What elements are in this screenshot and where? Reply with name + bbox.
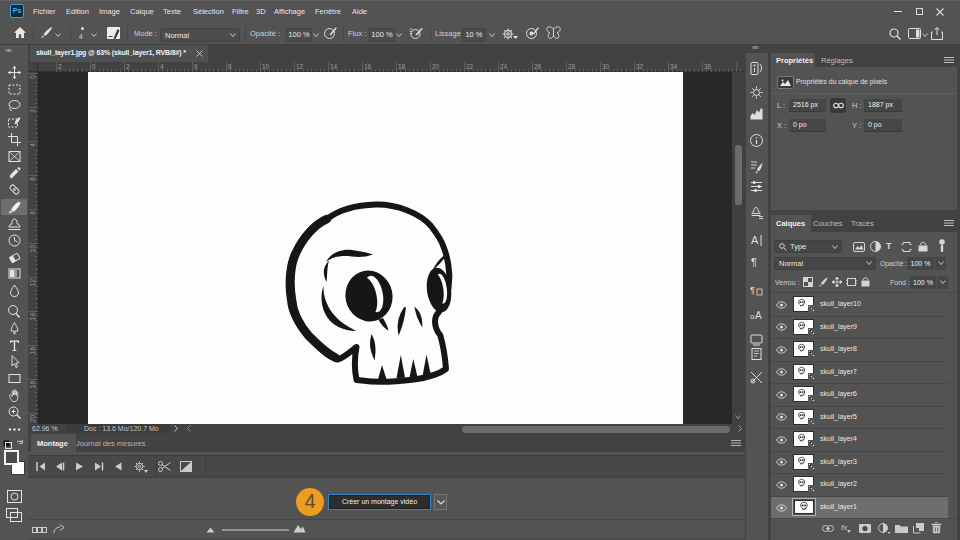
svg-text:¶: ¶: [750, 285, 755, 295]
svg-text:A: A: [755, 310, 762, 321]
svg-text:¶: ¶: [751, 256, 757, 268]
svg-text:A: A: [751, 234, 759, 246]
